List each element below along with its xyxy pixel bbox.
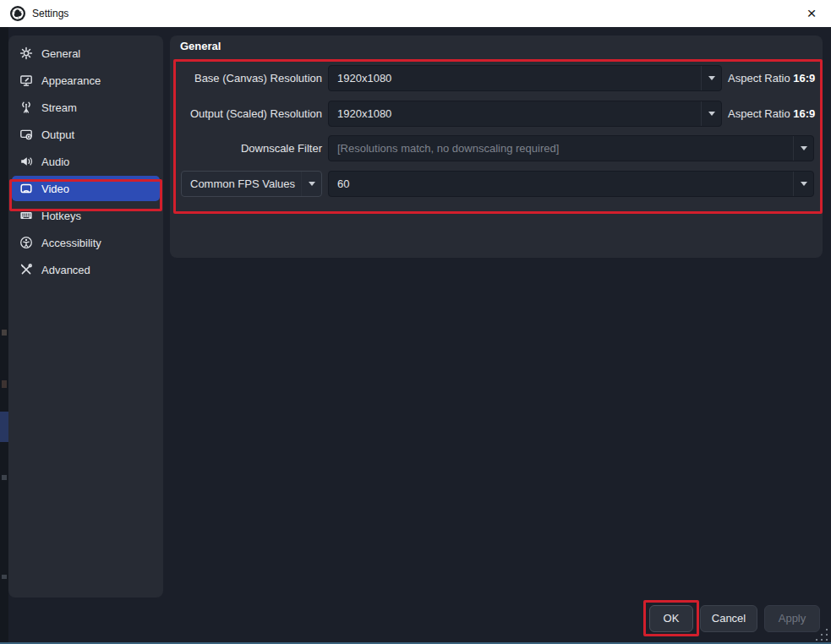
fps-value-combobox[interactable]: 60	[328, 171, 814, 197]
chevron-down-icon	[708, 112, 715, 116]
keyboard-icon	[19, 209, 33, 222]
sidebar-item-label: Audio	[41, 156, 69, 168]
accessibility-icon	[19, 236, 33, 249]
base-resolution-value: 1920x1080	[329, 66, 721, 90]
resize-grip[interactable]	[816, 627, 829, 641]
dropdown-button[interactable]	[701, 66, 721, 90]
background-artifact	[2, 330, 7, 336]
audio-icon	[19, 155, 33, 168]
sidebar-item-video[interactable]: Video	[12, 176, 160, 201]
settings-window: Settings × General Appearance	[0, 0, 831, 644]
cancel-button[interactable]: Cancel	[700, 605, 757, 632]
sidebar-item-accessibility[interactable]: Accessibility	[12, 230, 160, 255]
chevron-down-icon	[801, 182, 807, 186]
chevron-down-icon	[801, 146, 807, 150]
section-title: General	[180, 40, 221, 52]
sidebar-item-appearance[interactable]: Appearance	[12, 68, 160, 93]
sidebar-item-audio[interactable]: Audio	[12, 149, 160, 174]
fps-type-combobox[interactable]: Common FPS Values	[181, 171, 322, 197]
sidebar-item-advanced[interactable]: Advanced	[12, 257, 160, 282]
downscale-filter-value: [Resolutions match, no downscaling requi…	[329, 136, 813, 161]
obs-logo-icon	[10, 6, 25, 21]
chevron-down-icon	[309, 182, 315, 186]
tools-icon	[19, 263, 33, 276]
dropdown-button[interactable]	[793, 172, 813, 196]
sidebar-item-label: Video	[41, 183, 69, 195]
background-artifact	[2, 575, 7, 579]
aspect-ratio-value: 16:9	[793, 72, 815, 85]
chevron-down-icon	[708, 76, 715, 80]
titlebar: Settings ×	[0, 0, 831, 27]
base-aspect-ratio: Aspect Ratio 16:9	[728, 65, 815, 91]
background-artifact	[2, 380, 7, 388]
gear-icon	[19, 46, 33, 60]
window-title: Settings	[32, 8, 68, 19]
background-artifact	[2, 475, 7, 480]
apply-button: Apply	[764, 605, 820, 632]
sidebar-item-label: General	[41, 47, 80, 60]
background-artifact	[0, 412, 8, 442]
video-display-icon	[19, 182, 33, 195]
sidebar-item-label: Hotkeys	[41, 210, 81, 222]
aspect-ratio-value: 16:9	[793, 107, 815, 120]
dropdown-button[interactable]	[301, 172, 321, 196]
base-resolution-label: Base (Canvas) Resolution	[178, 65, 322, 91]
aspect-ratio-label: Aspect Ratio	[728, 107, 790, 120]
downscale-filter-combobox: [Resolutions match, no downscaling requi…	[328, 135, 814, 161]
sidebar-item-hotkeys[interactable]: Hotkeys	[12, 203, 160, 228]
ok-button[interactable]: OK	[649, 605, 693, 632]
output-resolution-value: 1920x1080	[329, 101, 721, 126]
dropdown-button[interactable]	[701, 101, 721, 126]
output-icon	[19, 128, 33, 141]
dropdown-button	[793, 136, 813, 161]
output-resolution-label: Output (Scaled) Resolution	[178, 101, 322, 127]
base-resolution-combobox[interactable]: 1920x1080	[328, 65, 722, 91]
output-resolution-combobox[interactable]: 1920x1080	[328, 101, 722, 127]
sidebar-item-label: Output	[41, 128, 74, 141]
sidebar-item-stream[interactable]: Stream	[12, 95, 160, 120]
output-aspect-ratio: Aspect Ratio 16:9	[728, 101, 815, 127]
downscale-filter-label: Downscale Filter	[178, 135, 322, 161]
sidebar-item-label: Advanced	[41, 264, 90, 276]
sidebar-item-label: Stream	[41, 101, 77, 114]
sidebar-item-label: Appearance	[41, 74, 101, 87]
stream-icon	[19, 101, 33, 114]
settings-sidebar: General Appearance Stream	[8, 35, 163, 598]
aspect-ratio-label: Aspect Ratio	[728, 72, 790, 85]
window-edge-strip	[0, 27, 8, 644]
appearance-icon	[19, 74, 33, 87]
close-icon[interactable]: ×	[792, 0, 831, 27]
sidebar-item-output[interactable]: Output	[12, 122, 160, 147]
fps-value: 60	[329, 172, 813, 196]
sidebar-item-general[interactable]: General	[12, 41, 160, 66]
sidebar-item-label: Accessibility	[41, 237, 101, 249]
